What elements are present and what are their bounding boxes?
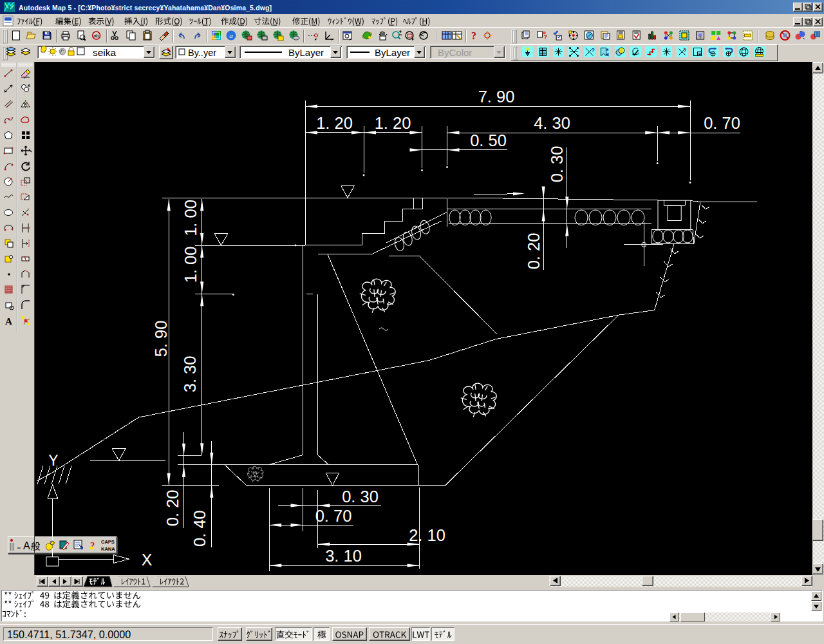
svg-text:0. 20: 0. 20 — [525, 233, 543, 270]
svg-text:150.4711, 51.7347, 0.0000: 150.4711, 51.7347, 0.0000 — [7, 629, 131, 640]
svg-text:?: ? — [698, 35, 702, 41]
svg-text:5. 90: 5. 90 — [152, 321, 170, 357]
svg-text:2. 10: 2. 10 — [409, 526, 445, 544]
svg-text:By..yer: By..yer — [188, 48, 216, 58]
svg-text:0. 50: 0. 50 — [470, 131, 507, 149]
svg-text:0. 30: 0. 30 — [548, 146, 566, 183]
svg-text:ByLayer: ByLayer — [288, 47, 324, 58]
svg-text:X: X — [142, 551, 153, 569]
svg-text:CAPS: CAPS — [101, 539, 115, 545]
svg-text:A: A — [23, 540, 30, 551]
svg-text:a: a — [229, 32, 233, 39]
svg-text:seika: seika — [93, 47, 117, 58]
svg-text:?: ? — [471, 30, 476, 41]
svg-text:0. 30: 0. 30 — [342, 488, 379, 506]
svg-text:0. 40: 0. 40 — [191, 510, 209, 547]
svg-text:1. 20: 1. 20 — [316, 114, 353, 132]
svg-text:KANA: KANA — [101, 546, 115, 552]
svg-text:A: A — [5, 316, 12, 327]
svg-text:ab: ab — [93, 33, 99, 39]
svg-text:?: ? — [544, 33, 548, 40]
svg-text:0. 20: 0. 20 — [164, 489, 182, 526]
svg-text:1. 20: 1. 20 — [375, 114, 411, 132]
svg-text:ByColor: ByColor — [438, 47, 472, 58]
svg-text:3. 10: 3. 10 — [325, 547, 362, 565]
svg-text:1. 00: 1. 00 — [182, 247, 200, 283]
svg-text:ByLayer: ByLayer — [375, 47, 410, 58]
svg-text:1. 00: 1. 00 — [182, 200, 200, 236]
svg-text:?: ? — [592, 47, 595, 53]
svg-text:Y: Y — [48, 452, 58, 469]
svg-text:4. 30: 4. 30 — [534, 114, 570, 132]
svg-text:7. 90: 7. 90 — [478, 88, 515, 106]
svg-text:0. 70: 0. 70 — [704, 114, 740, 132]
svg-text:Autodesk Map 5 - [C:¥Photo¥str: Autodesk Map 5 - [C:¥Photo¥strict secrec… — [19, 5, 272, 12]
svg-text:3. 30: 3. 30 — [182, 356, 200, 393]
svg-text:0. 70: 0. 70 — [315, 507, 352, 525]
